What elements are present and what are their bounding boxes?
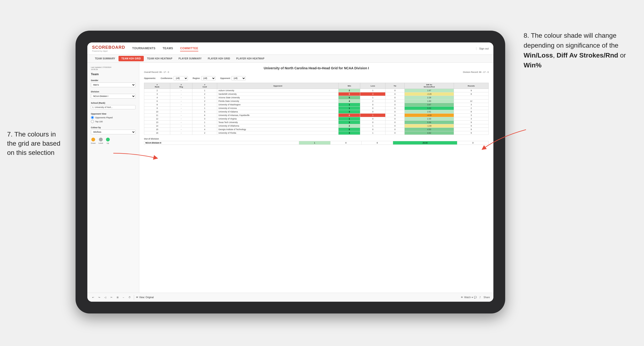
cell-conf: 1 [192, 96, 217, 99]
watch-label[interactable]: Watch [464, 296, 471, 299]
cell-conf: 1 [192, 121, 217, 124]
toolbar-copy[interactable]: ⊞ [116, 295, 120, 299]
cell-reg: - [170, 131, 192, 135]
legend-up-label: Up [106, 142, 109, 144]
table-row: 12 - 3 University of Virginia 1 0 0 2.33… [144, 117, 489, 121]
sub-nav: TEAM SUMMARY TEAM H2H GRID TEAM H2H HEAT… [87, 55, 494, 63]
share-icon[interactable]: ⤴ [480, 296, 481, 299]
region-select[interactable]: (All) [201, 76, 216, 80]
cell-reg: - [170, 117, 192, 121]
opponent-select[interactable]: (All) [231, 76, 246, 80]
toolbar-redo[interactable]: ↪ [97, 295, 101, 299]
cell-conf: 6 [192, 114, 217, 117]
cell-rank: 3 [144, 92, 170, 96]
cell-loss: 1 [360, 131, 386, 135]
col-tie: Tie [386, 83, 404, 89]
radio-opponents-played[interactable]: Opponents Played [91, 116, 136, 119]
cell-conf: 4 [192, 128, 217, 131]
table-row: 9 - 1 University of Arizona 1 0 0 9.00 2 [144, 107, 489, 110]
cell-tie: 0 [386, 110, 404, 114]
grid-subtitle: Overall Record: 89 - 17 - 0 Division Rec… [144, 71, 489, 73]
nav-tournaments[interactable]: TOURNAMENTS [132, 46, 156, 51]
colour-by-select[interactable]: Win/loss [91, 130, 136, 134]
cell-win: 3 [338, 121, 360, 124]
annotation-left: 7. The colours in the grid are based on … [7, 130, 73, 158]
opponent-filter-group: Opponent (All) [220, 76, 246, 80]
cell-opponent: Vanderbilt University [217, 92, 338, 96]
opponent-label: Opponent [220, 77, 230, 79]
cell-rank: 14 [144, 124, 170, 128]
logo-text: SCOREBOARD [92, 45, 125, 50]
cell-win: 1 [338, 107, 360, 110]
view-label[interactable]: View: Original [139, 296, 154, 299]
cell-conf: 1 [192, 89, 217, 92]
table-row: 14 - 1 University of Oklahoma 2 1 0 -1.0… [144, 124, 489, 128]
table-row: 13 - 1 Texas Tech University 3 0 0 5.56 … [144, 121, 489, 124]
sidebar-colour-by-label: Colour by [91, 126, 136, 129]
nav-links: TOURNAMENTS TEAMS COMMITTEE [132, 46, 476, 51]
toolbar-cut[interactable]: ✂ [109, 295, 114, 299]
cell-reg: - [170, 99, 192, 103]
toolbar-back[interactable]: ◁ [103, 295, 108, 299]
table-row: 15 - 4 Georgia Institute of Technology 5… [144, 128, 489, 131]
tab-team-h2h-grid[interactable]: TEAM H2H GRID [118, 56, 144, 61]
cell-diff: 5.56 [404, 121, 454, 124]
table-row: 3 - 2 Vanderbilt University 0 4 0 -2.29 … [144, 92, 489, 96]
toolbar-clock[interactable]: ⏱ [127, 295, 132, 299]
annotation-right: 8. The colour shade will change dependin… [524, 31, 637, 70]
cell-reg: - [170, 107, 192, 110]
cell-div-diff: 26.00 [393, 141, 457, 145]
nav-teams[interactable]: TEAMS [163, 46, 173, 51]
col-opponent: Opponent [217, 83, 338, 89]
cell-rank: 6 [144, 99, 170, 103]
tab-player-h2h-grid[interactable]: PLAYER H2H GRID [205, 56, 233, 61]
share-label[interactable]: Share [484, 296, 490, 299]
cell-rounds: 9 [454, 124, 489, 128]
watch-icon: 👁 [461, 296, 463, 299]
comment-icon[interactable]: 💬 [474, 296, 477, 299]
division-select[interactable]: NCAA Division I [91, 94, 136, 99]
cell-tie: 0 [386, 124, 404, 128]
cell-rounds: 9 [454, 121, 489, 124]
cell-rounds: 8 [454, 92, 489, 96]
sidebar-school-section: School (Rank) 1. University of Nort... [91, 102, 136, 109]
cell-opponent: Georgia Institute of Technology [217, 128, 338, 131]
cell-reg: - [170, 92, 192, 96]
toolbar-minus[interactable]: – [122, 295, 125, 299]
cell-diff: -1.00 [404, 124, 454, 128]
cell-opponent: University of Arkansas, Fayetteville [217, 114, 338, 117]
cell-diff: 3.67 [404, 103, 454, 107]
cell-conf: 3 [192, 117, 217, 121]
watch-dropdown-icon[interactable]: ▾ [472, 296, 473, 299]
tab-team-h2h-heatmap[interactable]: TEAM H2H HEATMAP [144, 56, 175, 61]
cell-loss: 0 [360, 121, 386, 124]
cell-reg: - [170, 121, 192, 124]
conference-select[interactable]: (All) [174, 76, 188, 80]
sidebar-gender-section: Gender Men's [91, 79, 136, 87]
gender-select[interactable]: Men's [91, 82, 136, 87]
sign-out[interactable]: Sign out [476, 47, 489, 50]
tab-team-summary[interactable]: TEAM SUMMARY [92, 56, 118, 61]
col-win: Win [338, 83, 360, 89]
out-of-div-label: Out of division [144, 138, 489, 140]
toolbar-undo[interactable]: ↩ [91, 295, 95, 299]
cell-opponent: Arizona State University [217, 96, 338, 99]
radio-top-100[interactable]: Top 100 [91, 120, 136, 123]
cell-reg: - [170, 103, 192, 107]
tab-player-summary[interactable]: PLAYER SUMMARY [176, 56, 204, 61]
logo-sub: Powered by clippd [92, 50, 125, 52]
cell-opponent: University of Florida [217, 131, 338, 135]
school-input[interactable]: 1. University of Nort... [91, 105, 136, 109]
table-row: 2 - 1 Auburn University 2 1 0 1.67 9 [144, 89, 489, 92]
cell-win: 1 [338, 117, 360, 121]
cell-diff: -4.33 [404, 114, 454, 117]
data-table: #Rank #Reg #Conf Opponent Win Loss Tie D… [144, 83, 489, 135]
cell-reg: - [170, 96, 192, 99]
cell-rank: 8 [144, 103, 170, 107]
cell-tie: 0 [386, 99, 404, 103]
legend-down-label: Down [91, 142, 96, 144]
tab-player-h2h-heatmap[interactable]: PLAYER H2H HEATMAP [234, 56, 267, 61]
nav-committee[interactable]: COMMITTEE [180, 46, 198, 51]
cell-diff: 2.28 [404, 96, 454, 99]
col-diff: Diff AvStrokes/Rnd [404, 83, 454, 89]
